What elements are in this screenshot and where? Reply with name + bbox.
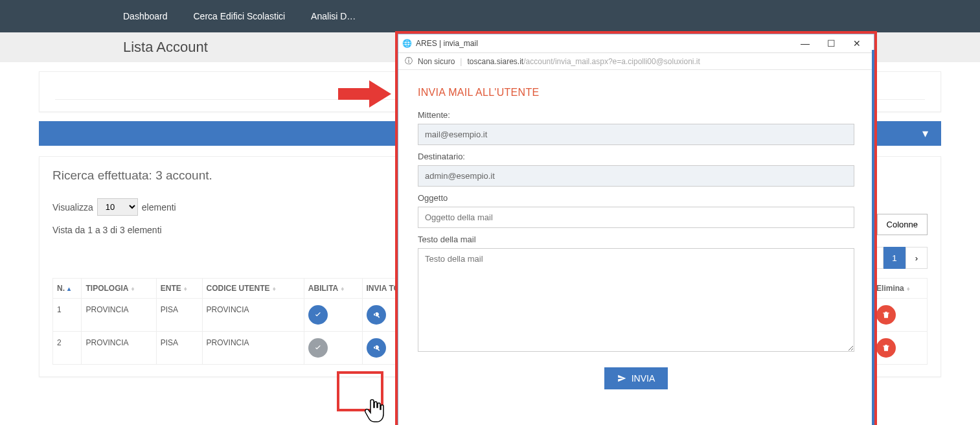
destinatario-label: Destinatario: <box>418 152 854 161</box>
invia-token-button[interactable] <box>367 338 386 358</box>
cell-ente: PISA <box>156 332 202 365</box>
pagesize-post: elementi <box>142 202 176 212</box>
abilita-button[interactable] <box>308 305 328 325</box>
address-bar[interactable]: ⓘ Non sicuro | toscana.siares.it/account… <box>398 53 874 70</box>
window-minimize-button[interactable]: — <box>792 36 818 51</box>
window-maximize-button[interactable]: ☐ <box>818 36 844 51</box>
col-n[interactable]: N.▴ <box>53 279 82 299</box>
pagesize-select[interactable]: 10 <box>97 198 138 216</box>
chevron-down-icon: ▾ <box>922 126 928 141</box>
nav-analisi[interactable]: Analisi D… <box>311 11 356 21</box>
col-elimina[interactable]: Elimina♦ <box>872 279 928 299</box>
col-tipologia[interactable]: TIPOLOGIA♦ <box>82 279 156 299</box>
destinatario-input[interactable] <box>418 165 854 187</box>
columns-button[interactable]: Colonne <box>877 214 928 235</box>
cell-codice: PROVINCIA <box>202 299 304 332</box>
window-close-button[interactable]: ✕ <box>844 36 870 51</box>
col-codice-utente[interactable]: CODICE UTENTE♦ <box>202 279 304 299</box>
cell-n: 2 <box>53 332 82 365</box>
invia-mail-window: 🌐 ARES | invia_mail — ☐ ✕ ⓘ Non sicuro |… <box>398 34 874 425</box>
delete-button[interactable] <box>876 305 896 325</box>
pagesize-pre: Visualizza <box>52 202 93 212</box>
mittente-input[interactable] <box>418 124 854 145</box>
abilita-button[interactable] <box>308 338 328 358</box>
cell-ente: PISA <box>156 299 202 332</box>
cell-n: 1 <box>53 299 82 332</box>
url-path: /account/invia_mail.aspx?e=a.cipolli00@s… <box>523 57 700 66</box>
annotation-arrow <box>338 80 393 108</box>
col-abilita[interactable]: ABILITA♦ <box>304 279 362 299</box>
annotation-box-email-button <box>337 371 383 411</box>
invia-token-button[interactable] <box>367 305 386 325</box>
cell-codice: PROVINCIA <box>202 332 304 365</box>
pager-next[interactable]: › <box>906 247 928 269</box>
testo-label: Testo della mail <box>418 235 854 244</box>
paper-plane-icon <box>617 374 626 383</box>
nav-cerca-edifici[interactable]: Cerca Edifici Scolastici <box>194 11 286 21</box>
col-ente[interactable]: ENTE♦ <box>156 279 202 299</box>
cell-tipologia: PROVINCIA <box>82 332 156 365</box>
cursor-hand-icon <box>363 398 386 424</box>
invia-button[interactable]: INVIA <box>604 367 668 389</box>
oggetto-input[interactable] <box>418 207 854 228</box>
window-titlebar: 🌐 ARES | invia_mail — ☐ ✕ <box>398 34 874 53</box>
testo-textarea[interactable] <box>418 248 854 352</box>
pager-page-1[interactable]: 1 <box>883 247 906 269</box>
table-info: Vista da 1 a 3 di 3 elementi <box>52 225 176 235</box>
url-host: toscana.siares.it <box>467 57 523 66</box>
window-title: ARES | invia_mail <box>416 39 478 48</box>
oggetto-label: Oggetto <box>418 193 854 203</box>
globe-icon: 🌐 <box>402 39 412 48</box>
delete-button[interactable] <box>876 338 896 358</box>
insecure-label: Non sicuro <box>418 57 455 66</box>
navbar: Dashboard Cerca Edifici Scolastici Anali… <box>0 0 980 32</box>
info-icon: ⓘ <box>405 56 413 67</box>
nav-dashboard[interactable]: Dashboard <box>123 11 168 21</box>
form-title: INVIA MAIL ALL'UTENTE <box>418 87 854 98</box>
cell-tipologia: PROVINCIA <box>82 299 156 332</box>
mittente-label: Mittente: <box>418 110 854 120</box>
